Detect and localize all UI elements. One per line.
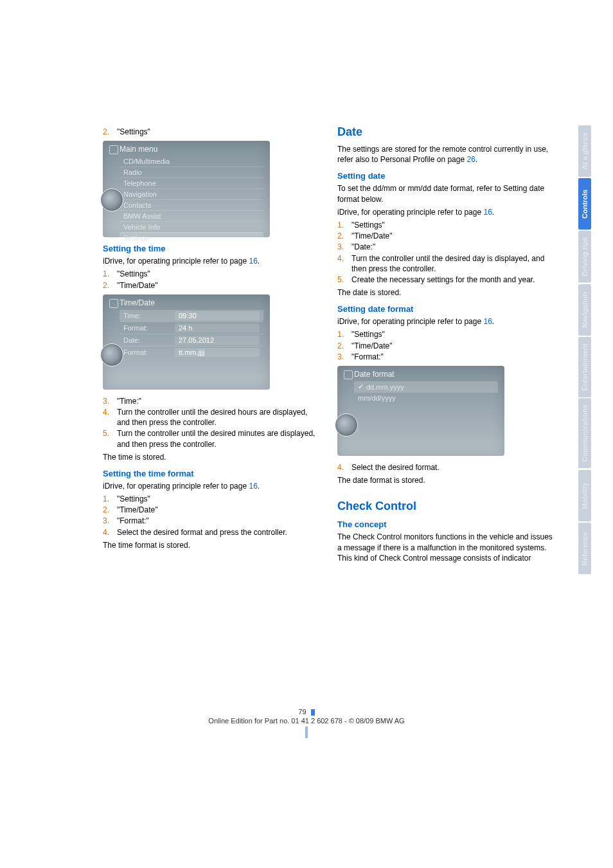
step-text: "Settings" [351, 220, 555, 230]
step-text: "Settings" [117, 494, 321, 504]
row-label: Time: [123, 312, 175, 320]
step-item: 1."Settings" [337, 220, 555, 230]
step-number: 1. [103, 269, 117, 279]
body-text: iDrive, for operating principle refer to… [103, 256, 321, 266]
row-label: dd.mm.yyyy [366, 383, 404, 391]
row-label: mm/dd/yyyy [358, 394, 396, 402]
heading-check-control: Check Control [337, 500, 555, 513]
chapter-tab[interactable]: Communications [578, 398, 591, 468]
heading-setting-date: Setting date [337, 171, 555, 181]
chapter-tab[interactable]: Controls [578, 178, 591, 230]
step-number: 1. [103, 494, 117, 504]
step-number: 3. [103, 396, 117, 406]
idrive-timedate-screenshot: Time/Date Time:09:30Format:24 hDate:27.0… [103, 294, 270, 390]
step-number: 4. [103, 527, 117, 538]
body-text: To set the dd/mm or mm/dd date format, r… [337, 183, 555, 204]
step-number: 2. [337, 341, 351, 351]
step-text: "Time/Date" [117, 505, 321, 515]
step-number: 2. [103, 505, 117, 515]
step-number: 4. [337, 462, 351, 473]
step-text: "Settings" [117, 127, 321, 137]
heading-setting-time-format: Setting the time format [103, 469, 321, 478]
body-text: iDrive, for operating principle refer to… [103, 481, 321, 491]
step-text: "Settings" [351, 329, 555, 339]
step-number: 2. [103, 280, 117, 291]
step-text: Select the desired format. [351, 462, 555, 473]
row-value: 24 h [175, 323, 260, 332]
chapter-tab[interactable]: Entertainment [578, 337, 591, 397]
step-item: 2."Time/Date" [337, 341, 555, 351]
body-text: iDrive, for operating principle refer to… [337, 207, 555, 217]
heading-setting-date-format: Setting date format [337, 304, 555, 314]
step-text: "Date:" [351, 242, 555, 252]
step-item: 5.Create the necessary settings for the … [337, 275, 555, 285]
idrive-main-menu-screenshot: Main menu CD/MultimediaRadioTelephoneNav… [103, 141, 270, 237]
step-text: "Time/Date" [351, 341, 555, 351]
step-item: 2."Time/Date" [103, 505, 321, 515]
body-text: The settings are stored for the remote c… [337, 144, 555, 165]
step-text: "Time/Date" [351, 231, 555, 241]
row-value: 27.05.2012 [175, 336, 260, 345]
step-item: 4.Turn the controller until the desired … [103, 407, 321, 428]
menu-row: ✓dd.mm.yyyy [354, 381, 498, 392]
menu-row: Format:24 h [120, 321, 263, 334]
step-item: 4.Select the desired format and press th… [103, 527, 321, 538]
step-text: Turn the controller until the desired ho… [117, 407, 321, 428]
step-item: 1."Settings" [103, 269, 321, 279]
body-text: The time is stored. [103, 452, 321, 462]
step-number: 4. [337, 253, 351, 274]
step-text: Create the necessary settings for the mo… [351, 275, 555, 285]
screenshot-title: Main menu [105, 143, 267, 156]
row-value: 09:30 [175, 311, 260, 320]
body-text: The date format is stored. [337, 475, 555, 485]
page-link[interactable]: 16 [483, 208, 492, 217]
heading-setting-time: Setting the time [103, 244, 321, 253]
step-text: "Format:" [117, 516, 321, 526]
step-number: 1. [337, 220, 351, 230]
step-number: 2. [337, 231, 351, 241]
chapter-tab[interactable]: At a glance [578, 125, 591, 177]
step-text: "Settings" [117, 269, 321, 279]
row-value: tt.mm.jjjj [175, 348, 260, 357]
step-number: 4. [103, 407, 117, 428]
page-link[interactable]: 16 [249, 482, 257, 491]
chapter-tab[interactable]: Mobility [578, 470, 591, 521]
step-item: 2. "Settings" [103, 127, 321, 137]
page-link[interactable]: 16 [249, 257, 257, 266]
body-text: The date is stored. [337, 287, 555, 298]
menu-row: Settings [120, 232, 263, 243]
step-item: 1."Settings" [103, 494, 321, 504]
step-item: 1."Settings" [337, 329, 555, 339]
menu-row: Date:27.05.2012 [120, 334, 263, 346]
step-text: "Time:" [117, 396, 321, 406]
step-number: 2. [103, 127, 117, 137]
step-number: 3. [337, 352, 351, 362]
page-link[interactable]: 16 [483, 317, 492, 326]
step-item: 2."Time/Date" [103, 280, 321, 291]
page-link[interactable]: 26 [466, 155, 475, 164]
body-text: The time format is stored. [103, 540, 321, 550]
menu-row: BMW Assist [120, 210, 263, 221]
menu-row: Telephone [120, 177, 263, 188]
screenshot-title: Date format [340, 368, 502, 381]
step-item: 3."Format:" [103, 516, 321, 526]
left-column: 2. "Settings" Main menu CD/MultimediaRad… [103, 125, 321, 566]
check-icon: ✓ [358, 383, 364, 391]
step-item: 3."Time:" [103, 396, 321, 406]
idrive-dial-icon [100, 188, 123, 212]
step-number: 3. [337, 242, 351, 252]
chapter-tab[interactable]: Driving tips [578, 231, 591, 283]
row-label: Format: [123, 348, 175, 356]
step-item: 3."Format:" [337, 352, 555, 362]
body-text: iDrive, for operating principle refer to… [337, 316, 555, 327]
chapter-tab[interactable]: Navigation [578, 284, 591, 336]
menu-row: Format:tt.mm.jjjj [120, 346, 263, 358]
idrive-date-format-screenshot: Date format ✓dd.mm.yyyymm/dd/yyyy [337, 366, 504, 456]
step-text: Select the desired format and press the … [117, 527, 321, 538]
chapter-tab[interactable]: Reference [578, 523, 591, 574]
right-column: Date The settings are stored for the rem… [337, 125, 555, 566]
step-number: 5. [337, 275, 351, 285]
step-text: "Time/Date" [117, 280, 321, 291]
edition-line: Online Edition for Part no. 01 41 2 602 … [0, 717, 613, 725]
menu-row: Time:09:30 [120, 310, 263, 321]
